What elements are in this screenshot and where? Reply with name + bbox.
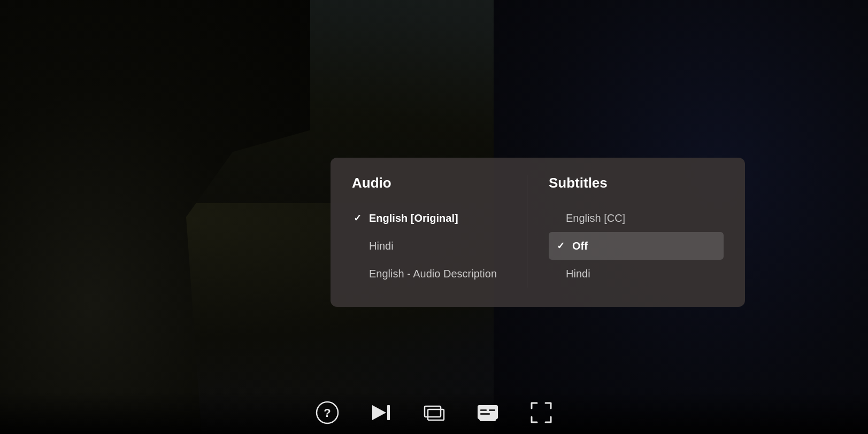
subtitles-option-english-cc[interactable]: English [CC] (549, 204, 724, 232)
audio-option-hindi[interactable]: Hindi (352, 232, 527, 260)
subtitles-option-hindi[interactable]: Hindi (549, 260, 724, 288)
svg-rect-7 (480, 409, 487, 411)
svg-rect-4 (425, 406, 441, 417)
audio-title: Audio (352, 175, 527, 191)
svg-rect-8 (489, 409, 495, 411)
help-button[interactable]: ? (311, 397, 343, 429)
svg-text:?: ? (324, 406, 331, 420)
subtitles-label-hindi: Hindi (566, 268, 590, 280)
subtitles-title: Subtitles (549, 175, 724, 191)
audio-option-english-ad[interactable]: English - Audio Description (352, 260, 527, 288)
subtitles-label-off: Off (572, 240, 588, 252)
audio-label-english-ad: English - Audio Description (369, 268, 497, 280)
check-icon-english-original: ✓ (352, 212, 363, 224)
subtitles-option-off[interactable]: ✓ Off (549, 232, 724, 260)
next-episode-button[interactable] (365, 397, 397, 429)
svg-rect-5 (428, 409, 444, 420)
subtitles-label-english-cc: English [CC] (566, 212, 625, 224)
audio-column: Audio ✓ English [Original] Hindi English… (352, 175, 527, 288)
audio-option-english-original[interactable]: ✓ English [Original] (352, 204, 527, 232)
subtitles-column: Subtitles English [CC] ✓ Off Hindi (527, 175, 724, 288)
subtitles-button[interactable] (472, 397, 504, 429)
audio-label-hindi: Hindi (369, 240, 394, 252)
audio-subtitles-button[interactable] (418, 397, 450, 429)
check-icon-off: ✓ (555, 240, 566, 252)
svg-rect-9 (480, 413, 490, 415)
svg-marker-2 (372, 405, 386, 420)
audio-subtitles-panel: Audio ✓ English [Original] Hindi English… (331, 158, 745, 307)
fullscreen-button[interactable] (525, 397, 557, 429)
audio-label-english-original: English [Original] (369, 212, 458, 224)
bottom-controls: ? (0, 391, 868, 434)
svg-rect-3 (387, 405, 390, 420)
